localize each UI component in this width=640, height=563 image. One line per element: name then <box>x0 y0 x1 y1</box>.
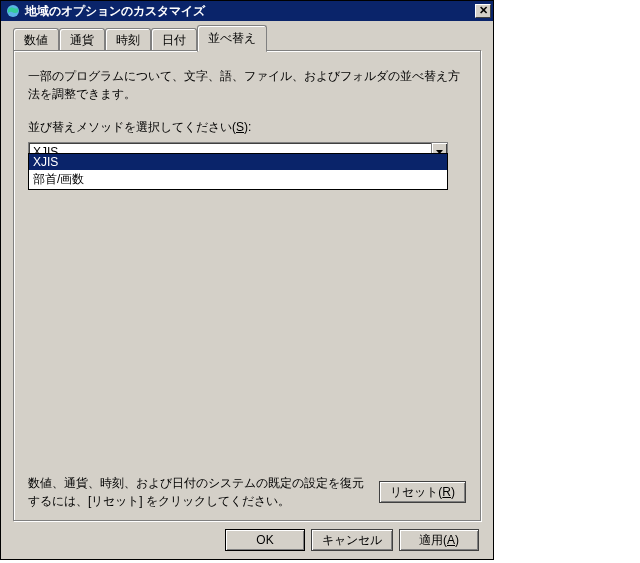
cancel-button[interactable]: キャンセル <box>311 529 393 551</box>
sort-method-dropdown-list[interactable]: XJIS 部首/画数 <box>28 153 448 190</box>
label-text: 並び替えメソッドを選択してください( <box>28 120 236 134</box>
button-access-key: A <box>447 533 455 547</box>
label-text: ): <box>244 120 251 134</box>
dialog-window: 地域のオプションのカスタマイズ ✕ 数値 通貨 時刻 日付 並べ替え 一部のプロ… <box>0 0 494 560</box>
reset-button[interactable]: リセット(R) <box>379 481 466 503</box>
option-label: 部首/画数 <box>33 172 84 186</box>
sort-description: 一部のプログラムについて、文字、語、ファイル、およびフォルダの並べ替え方法を調整… <box>28 67 466 103</box>
tab-currency[interactable]: 通貨 <box>59 28 105 52</box>
dropdown-option-radical-stroke[interactable]: 部首/画数 <box>29 170 447 189</box>
reset-description: 数値、通貨、時刻、および日付のシステムの既定の設定を復元するには、[リセット] … <box>28 474 379 510</box>
tab-number[interactable]: 数値 <box>13 28 59 52</box>
dropdown-option-xjis[interactable]: XJIS <box>29 154 447 170</box>
apply-button[interactable]: 適用(A) <box>399 529 479 551</box>
titlebar[interactable]: 地域のオプションのカスタマイズ ✕ <box>1 1 493 21</box>
button-label: ) <box>455 533 459 547</box>
button-label: OK <box>256 533 273 547</box>
button-label: キャンセル <box>322 533 382 547</box>
button-label: 適用( <box>419 533 447 547</box>
client-area: 数値 通貨 時刻 日付 並べ替え 一部のプログラムについて、文字、語、ファイル、… <box>3 23 491 557</box>
tab-label: 日付 <box>162 33 186 47</box>
ok-button[interactable]: OK <box>225 529 305 551</box>
globe-icon <box>5 3 21 19</box>
tab-date[interactable]: 日付 <box>151 28 197 52</box>
button-label: リセット( <box>390 485 442 499</box>
option-label: XJIS <box>33 155 58 169</box>
button-label: ) <box>451 485 455 499</box>
button-access-key: R <box>442 485 451 499</box>
tab-label: 並べ替え <box>208 31 256 45</box>
tab-label: 数値 <box>24 33 48 47</box>
window-title: 地域のオプションのカスタマイズ <box>25 3 475 20</box>
tab-time[interactable]: 時刻 <box>105 28 151 52</box>
tab-strip: 数値 通貨 時刻 日付 並べ替え <box>13 29 267 51</box>
tab-label: 通貨 <box>70 33 94 47</box>
tab-panel-sort: 一部のプログラムについて、文字、語、ファイル、およびフォルダの並べ替え方法を調整… <box>13 50 481 521</box>
close-icon: ✕ <box>479 4 488 16</box>
label-access-key: S <box>236 120 244 134</box>
sort-method-label: 並び替えメソッドを選択してください(S): <box>28 119 466 136</box>
close-button[interactable]: ✕ <box>475 4 491 18</box>
dialog-button-bar: OK キャンセル 適用(A) <box>225 529 479 551</box>
tab-label: 時刻 <box>116 33 140 47</box>
reset-area: 数値、通貨、時刻、および日付のシステムの既定の設定を復元するには、[リセット] … <box>28 474 466 510</box>
tab-sort[interactable]: 並べ替え <box>197 25 267 52</box>
